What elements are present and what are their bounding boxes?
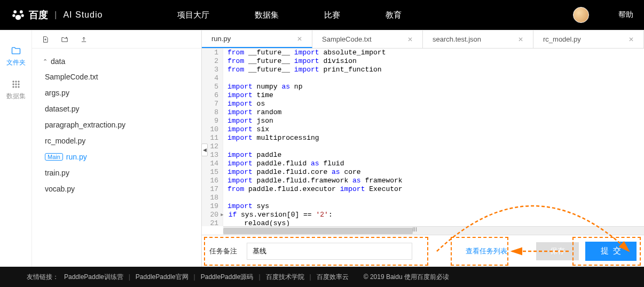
footer-link[interactable]: PaddlePaddle训练营 [64,273,123,282]
footer-link[interactable]: PaddlePaddle官网 [136,273,189,282]
close-icon[interactable]: ✕ [297,35,302,43]
folder-icon [11,45,21,56]
svg-point-3 [21,14,24,17]
left-rail: 文件夹 数据集 [0,30,32,267]
close-icon[interactable]: ✕ [629,36,634,43]
tree-file-main[interactable]: Main run.py [43,149,201,165]
nav-datasets[interactable]: 数据集 [255,10,279,20]
folder-label: data [51,57,65,66]
logo-separator: | [54,10,57,20]
svg-point-1 [20,10,23,13]
scrollbar-thumb[interactable] [223,228,413,234]
header-right: 帮助 [573,7,633,23]
svg-point-6 [15,81,17,82]
file-toolbar [32,30,201,49]
footer-lead: 友情链接： [27,273,59,282]
svg-point-5 [12,81,14,82]
nav-projects[interactable]: 项目大厅 [177,10,209,20]
tree-file[interactable]: rc_model.py [43,133,201,149]
tree-file[interactable]: SampleCode.txt [43,69,201,85]
rail-datasets-label: 数据集 [6,92,26,101]
grid-icon [11,79,21,90]
caret-icon: ⌃ [43,58,48,65]
close-icon[interactable]: ✕ [407,36,413,43]
panel-collapse-handle[interactable]: ◀ [201,144,208,156]
tab-run-py[interactable]: run.py✕ [202,30,312,48]
rail-files[interactable]: 文件夹 [6,41,26,71]
tree-folder-data[interactable]: ⌃ data [43,54,201,69]
tree-file[interactable]: paragraph_extraction.py [43,117,201,133]
tab-search-json[interactable]: search.test.json✕ [423,30,533,48]
logo-sub-text: AI Studio [63,10,103,20]
upload-icon[interactable] [80,36,88,43]
svg-point-9 [15,83,17,85]
svg-point-4 [15,15,21,20]
new-folder-icon[interactable] [61,36,68,43]
close-icon[interactable]: ✕ [518,36,523,43]
svg-point-7 [18,81,19,82]
tree-file[interactable]: train.py [43,165,201,181]
submit-button[interactable]: 提交 [585,242,637,261]
main-area: 文件夹 数据集 ⌃ data SampleCode.txt args.py da… [0,30,644,267]
main-nav: 项目大厅 数据集 比赛 教育 [177,10,402,20]
svg-point-11 [12,86,14,87]
top-header: 百度 | AI Studio 项目大厅 数据集 比赛 教育 帮助 [0,0,644,30]
file-tree: ⌃ data SampleCode.txt args.py dataset.py… [32,49,201,202]
bottom-bar: 任务备注 查看任务列表 保存 提交 [202,235,644,267]
task-label: 任务备注 [209,246,237,256]
avatar[interactable] [573,7,589,23]
editor-tabs: run.py✕ SampleCode.txt✕ search.test.json… [202,30,644,49]
help-link[interactable]: 帮助 [618,10,633,20]
svg-point-13 [18,86,19,87]
new-file-icon[interactable] [42,36,49,43]
rail-datasets[interactable]: 数据集 [6,75,26,105]
nav-education[interactable]: 教育 [386,10,402,20]
footer-link[interactable]: 百度效率云 [317,273,349,282]
scrollbar-mark: III [413,227,417,233]
svg-point-2 [12,14,15,17]
tab-samplecode[interactable]: SampleCode.txt✕ [312,30,423,48]
logo-main-text: 百度 [29,9,48,21]
save-button[interactable]: 保存 [536,242,579,260]
main-file-label: run.py [66,153,87,161]
nav-competitions[interactable]: 比赛 [324,10,340,20]
svg-point-8 [12,83,14,85]
horizontal-scrollbar[interactable]: III [223,226,644,235]
footer: 友情链接： PaddlePaddle训练营| PaddlePaddle官网| P… [0,267,644,287]
tab-rc-model[interactable]: rc_model.py✕ [533,30,644,48]
editor-area: ◀ run.py✕ SampleCode.txt✕ search.test.js… [202,30,644,267]
svg-point-12 [15,86,17,87]
footer-copyright: © 2019 Baidu 使用百度前必读 [364,273,449,282]
footer-link[interactable]: 百度技术学院 [266,273,304,282]
baidu-paw-icon [11,7,26,22]
file-panel: ⌃ data SampleCode.txt args.py dataset.py… [32,30,202,267]
tree-file[interactable]: args.py [43,85,201,101]
footer-link[interactable]: PaddlePaddle源码 [201,273,254,282]
main-tag: Main [45,153,63,161]
tree-file[interactable]: dataset.py [43,101,201,117]
view-tasks-link[interactable]: 查看任务列表 [466,246,507,256]
code-editor[interactable]: 1from __future__ import absolute_import2… [202,49,644,226]
svg-point-10 [18,83,19,85]
tree-file[interactable]: vocab.py [43,181,201,197]
task-note-input[interactable] [247,243,412,260]
logo[interactable]: 百度 | AI Studio [11,7,103,22]
rail-files-label: 文件夹 [6,58,26,67]
svg-point-0 [13,10,17,13]
